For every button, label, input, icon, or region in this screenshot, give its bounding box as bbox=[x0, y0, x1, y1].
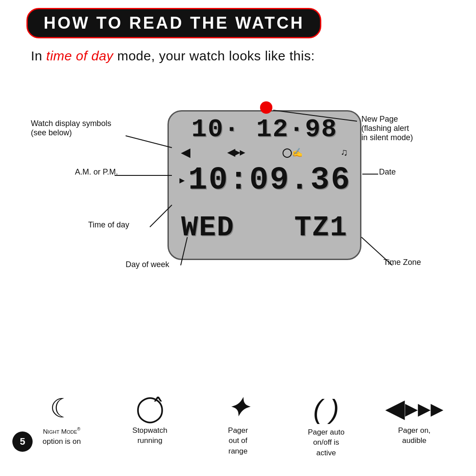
watch-tz-display: TZ1 bbox=[294, 212, 348, 244]
watch-icon-alarm: ◯✍ bbox=[282, 147, 303, 158]
night-mode-label: Night Mode®option is on bbox=[43, 426, 81, 447]
icon-night-mode: ☾ Night Mode®option is on bbox=[26, 395, 97, 447]
page-number: 5 bbox=[12, 431, 33, 452]
icon-stopwatch: ◯̂ Stopwatchrunning bbox=[115, 395, 185, 446]
watch-area: 10· 12·98 ◀ ◀▸▸ ◯✍ ♫ ► 10:09.36 WED TZ1 bbox=[22, 97, 454, 326]
annotation-am-pm: A.M. or P.M. bbox=[75, 167, 118, 177]
new-page-indicator bbox=[260, 101, 272, 114]
pager-on-icon: ◀▸▸▸ bbox=[385, 395, 443, 421]
annotation-watch-symbols: Watch display symbols(see below) bbox=[31, 119, 111, 138]
subtitle: In time of day mode, your watch looks li… bbox=[31, 48, 315, 63]
watch-time-display: 10:09.36 bbox=[188, 162, 351, 198]
page-title: HOW TO READ THE WATCH bbox=[44, 14, 304, 33]
stopwatch-icon: ◯̂ bbox=[136, 395, 164, 421]
svg-line-0 bbox=[126, 136, 172, 148]
time-of-day-highlight: time of day bbox=[46, 48, 113, 63]
pager-range-label: Pagerout ofrange bbox=[228, 425, 248, 457]
annotation-day-of-week: Day of week bbox=[126, 260, 169, 269]
night-mode-icon: ☾ bbox=[50, 395, 74, 422]
watch-top-row: 10· 12·98 bbox=[169, 112, 360, 145]
pager-range-icon: ✦ bbox=[227, 395, 249, 421]
pager-auto-icon: ( ) bbox=[313, 395, 339, 423]
annotation-time-zone: Time Zone bbox=[383, 258, 421, 267]
watch-time-row: ► 10:09.36 bbox=[169, 160, 360, 198]
pager-on-label: Pager on,audible bbox=[398, 425, 431, 446]
watch-icons-row: ◀ ◀▸▸ ◯✍ ♫ bbox=[169, 145, 360, 160]
watch-icon-note: ♫ bbox=[340, 147, 348, 158]
annotation-time-of-day: Time of day bbox=[88, 220, 129, 230]
icon-pager-on: ◀▸▸▸ Pager on,audible bbox=[379, 395, 450, 446]
watch-icon-left: ◀ bbox=[181, 146, 190, 160]
subtitle-suffix: mode, your watch looks like this: bbox=[113, 48, 315, 63]
subtitle-prefix: In bbox=[31, 48, 46, 63]
watch-date-display: 10· 12·98 bbox=[191, 115, 337, 144]
watch-screen: 10· 12·98 ◀ ◀▸▸ ◯✍ ♫ ► 10:09.36 WED TZ1 bbox=[167, 110, 361, 260]
icon-pager-auto: ( ) Pager autoon/off isactive bbox=[291, 395, 361, 458]
icon-pager-range: ✦ Pagerout ofrange bbox=[203, 395, 273, 457]
watch-bottom-row: WED TZ1 bbox=[169, 198, 360, 259]
icons-section: ☾ Night Mode®option is on ◯̂ Stopwatchru… bbox=[0, 395, 476, 458]
watch-icon-center: ◀▸▸ bbox=[227, 147, 245, 158]
pager-auto-label: Pager autoon/off isactive bbox=[308, 427, 344, 458]
annotation-new-page: New Page(flashing alertin silent mode) bbox=[361, 115, 413, 142]
watch-day-display: WED bbox=[181, 212, 234, 244]
annotation-date: Date bbox=[379, 167, 396, 177]
night-mode-text: Night Mode bbox=[43, 428, 78, 435]
stopwatch-label: Stopwatchrunning bbox=[132, 425, 167, 446]
watch-time-arrow: ► bbox=[178, 175, 186, 186]
header-bar: HOW TO READ THE WATCH bbox=[26, 8, 321, 38]
